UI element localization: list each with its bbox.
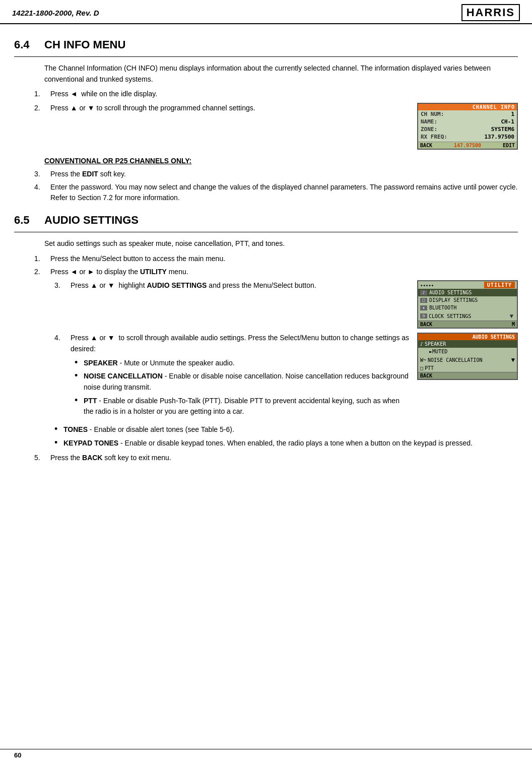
step-6-5-4-content: Press ▲ or ▼ to scroll through available… — [71, 333, 411, 354]
ptt-icon: □ — [420, 365, 423, 371]
page-number: 60 — [14, 751, 21, 759]
page-header: 14221-1800-2000, Rev. D HARRIS — [0, 0, 532, 24]
section-6-5-intro: Set audio settings such as speaker mute,… — [44, 238, 518, 249]
step-2-content: Press ▲ or ▼ to scroll through the progr… — [50, 103, 411, 114]
audio-row-speaker: ♪ SPEAKER — [418, 340, 517, 348]
utility-row-audio: ♪ AUDIO SETTINGS — [418, 289, 517, 296]
step-6-5-2: 2. Press ◄ or ► to display the UTILITY m… — [34, 267, 518, 278]
bullet-noise-content: NOISE CANCELLATION - Enable or disable n… — [84, 371, 411, 393]
audio-screen-title-bar: AUDIO SETTINGS — [418, 334, 517, 340]
step-6-5-3-label: 3. — [54, 280, 71, 291]
clock-icon: ◷ — [420, 313, 427, 319]
zone-label: ZONE: — [421, 126, 437, 133]
step-6-5-2-content: Press ◄ or ► to display the UTILITY menu… — [50, 267, 518, 278]
screen-title-bar: CHANNEL INFO — [418, 104, 517, 110]
utility-icons-bar: ✦✦✦✦✦ UTILITY — [418, 281, 517, 289]
bluetooth-icon: ★ — [420, 305, 427, 310]
screen-row-zone: ZONE: SYSTEM6 — [418, 125, 517, 133]
ptt-label: PTT — [425, 365, 434, 371]
ch-num-value: 1 — [511, 111, 514, 117]
step-6-5-3: 3. Press ▲ or ▼ highlight AUDIO SETTINGS… — [54, 280, 411, 291]
rxfreq-value: 137.97500 — [484, 134, 514, 140]
bullet-list-cont: • TONES - Enable or disable alert tones … — [54, 424, 518, 449]
conventional-heading-text: CONVENTIONAL OR P25 CHANNELS ONLY: — [44, 157, 191, 165]
step-1-content: Press ◄ while on the idle display. — [50, 89, 518, 100]
muted-sub-label: ►MUTED — [420, 349, 447, 354]
step-6-5-1-content: Press the Menu/Select button to access t… — [50, 253, 518, 265]
ch-num-label: CH NUM: — [421, 111, 444, 117]
zone-value: SYSTEM6 — [491, 126, 514, 133]
section-6-5-heading: 6.5 AUDIO SETTINGS — [14, 214, 518, 227]
bullet-dot-3: • — [75, 395, 84, 406]
section-6-4-title: CH INFO MENU — [44, 38, 125, 51]
step-1: 1. Press ◄ while on the idle display. — [34, 89, 518, 100]
main-content: 6.4 CH INFO MENU The Channel Information… — [0, 24, 532, 481]
screen-row-rxfreq: RX FREQ: 137.97500 — [418, 133, 517, 141]
utility-screen: ✦✦✦✦✦ UTILITY ♪ AUDIO SETTINGS □ DISPLAY… — [417, 280, 518, 329]
utility-screen-image: ✦✦✦✦✦ UTILITY ♪ AUDIO SETTINGS □ DISPLAY… — [417, 280, 518, 329]
conventional-heading: CONVENTIONAL OR P25 CHANNELS ONLY: — [44, 157, 518, 165]
bullet-dot-2: • — [75, 370, 84, 382]
step-4-with-image: 4. Press ▲ or ▼ to scroll through availa… — [34, 333, 518, 420]
speaker-term: SPEAKER — [84, 359, 118, 367]
audio-back-label: BACK — [420, 373, 432, 378]
page-footer: 60 — [0, 749, 532, 761]
utility-row-display: □ DISPLAY SETTINGS — [418, 296, 517, 304]
audio-row-ptt: □ PTT — [418, 364, 517, 372]
step-2: 2. Press ▲ or ▼ to scroll through the pr… — [34, 103, 411, 114]
section-6-4-steps: 1. Press ◄ while on the idle display. — [34, 89, 518, 100]
audio-settings-label: AUDIO SETTINGS — [429, 290, 472, 295]
step-6-5-3-content: Press ▲ or ▼ highlight AUDIO SETTINGS an… — [71, 280, 411, 291]
audio-settings-bold: AUDIO SETTINGS — [147, 281, 207, 289]
noise-label: NOISE CANCELLATION — [428, 357, 482, 363]
speaker-icon: ♪ — [420, 341, 423, 347]
step-3: 3. Press the EDIT soft key. — [34, 169, 518, 180]
clock-settings-label: CLOCK SETTINGS — [429, 313, 471, 319]
screen-bottom-bar: BACK 147.97500 EDIT — [418, 142, 517, 149]
step-3-text-col: 3. Press ▲ or ▼ highlight AUDIO SETTINGS… — [34, 280, 411, 294]
tx-freq-value: 147.97500 — [454, 143, 481, 148]
bullet-tones-content: TONES - Enable or disable alert tones (s… — [63, 424, 518, 435]
screen-row-chnum: CH NUM: 1 — [418, 110, 517, 118]
step-6-5-5: 5. Press the BACK soft key to exit menu. — [34, 453, 518, 464]
step-6-5-1-label: 1. — [34, 253, 50, 265]
audio-icon: ♪ — [420, 290, 427, 295]
bullet-list: • SPEAKER - Mute or Unmute the speaker a… — [75, 358, 411, 417]
section-6-4-steps-cont: 3. Press the EDIT soft key. 4. Enter the… — [34, 169, 518, 204]
section-6-5-steps: 1. Press the Menu/Select button to acces… — [34, 253, 518, 277]
radio-screen-ch-info: CHANNEL INFO CH NUM: 1 NAME: CH-1 ZONE: … — [417, 103, 518, 150]
step-6-5-5-content: Press the BACK soft key to exit menu. — [50, 453, 518, 464]
step-6-5-4-label: 4. — [54, 333, 71, 344]
bullet-ptt-content: PTT - Enable or disable Push-To-Talk (PT… — [84, 396, 411, 417]
bullet-tones: • TONES - Enable or disable alert tones … — [54, 424, 518, 435]
display-settings-label: DISPLAY SETTINGS — [429, 297, 478, 303]
bluetooth-label: BLUETOOTH — [429, 305, 456, 310]
utility-m-label: M — [512, 322, 515, 327]
noise-row-content: W~ NOISE CANCELLATION — [420, 357, 482, 363]
step-4-content: Enter the password. You may now select a… — [50, 182, 518, 204]
bullet-speaker-content: SPEAKER - Mute or Unmute the speaker aud… — [84, 358, 411, 369]
step-4-list: 4. Press ▲ or ▼ to scroll through availa… — [54, 333, 411, 354]
back-bold: BACK — [82, 454, 102, 462]
step-2-text-col: 2. Press ▲ or ▼ to scroll through the pr… — [34, 103, 411, 116]
step-6-5-4: 4. Press ▲ or ▼ to scroll through availa… — [54, 333, 411, 354]
audio-right-label — [512, 373, 515, 378]
bullet-dot-1: • — [75, 357, 84, 368]
ptt-term: PTT — [84, 397, 97, 405]
step-5-list: 5. Press the BACK soft key to exit menu. — [34, 453, 518, 464]
step-6-5-5-label: 5. — [34, 453, 50, 464]
bullet-keypad-tones-content: KEYPAD TONES - Enable or disable keypad … — [63, 438, 518, 449]
utility-row-bluetooth: ★ BLUETOOTH — [418, 304, 517, 311]
step-1-label: 1. — [34, 89, 50, 100]
section-6-4-number: 6.4 — [14, 38, 36, 51]
step-2-with-image: 2. Press ▲ or ▼ to scroll through the pr… — [34, 103, 518, 150]
screen-row-name: NAME: CH-1 — [418, 118, 517, 125]
audio-row-noise: W~ NOISE CANCELLATION ▼ — [418, 355, 517, 364]
rxfreq-label: RX FREQ: — [421, 134, 447, 140]
audio-bottom-bar: BACK — [418, 372, 517, 379]
clock-row-content: ◷ CLOCK SETTINGS — [420, 313, 471, 319]
speaker-label: SPEAKER — [425, 341, 446, 347]
step-4: 4. Enter the password. You may now selec… — [34, 182, 518, 204]
step-3-list: 3. Press ▲ or ▼ highlight AUDIO SETTINGS… — [54, 280, 411, 291]
utility-back-label: BACK — [420, 322, 432, 327]
